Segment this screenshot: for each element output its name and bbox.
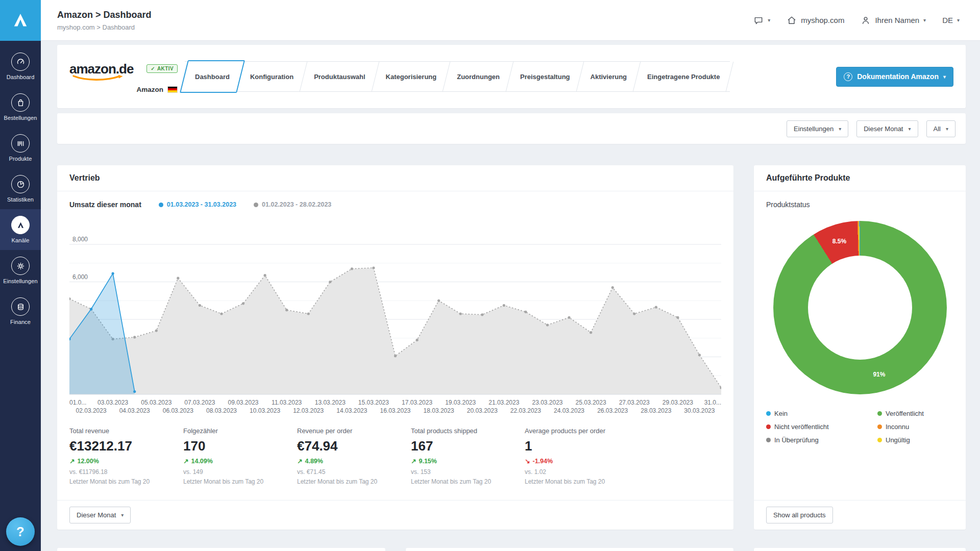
sales-card-body: Umsatz dieser monat 01.03.2023 - 31.03.2… bbox=[57, 191, 733, 500]
donut-chart bbox=[773, 221, 947, 394]
legend-item-veroeffentlicht: Veröffentlicht bbox=[877, 410, 953, 417]
legend-item-nicht-veroeffentlicht: Nicht veröffentlicht bbox=[766, 423, 877, 431]
svg-text:02.03.2023: 02.03.2023 bbox=[76, 407, 107, 414]
legend-dot-icon bbox=[877, 438, 882, 442]
sidebar-item-produkte[interactable]: Produkte bbox=[0, 128, 41, 168]
legend-previous-label: 01.02.2023 - 28.02.2023 bbox=[262, 201, 331, 208]
channel-name-row: Amazon bbox=[69, 86, 178, 93]
sales-card: Vertrieb Umsatz dieser monat 01.03.2023 … bbox=[57, 165, 733, 530]
user-name-label: Ihren Namen bbox=[875, 16, 919, 24]
caret-down-icon: ▾ bbox=[923, 17, 926, 23]
shop-link[interactable]: myshop.com bbox=[787, 15, 844, 26]
channel-tabs: DashboardKonfigurationProduktauswahlKate… bbox=[185, 61, 730, 92]
tab-label: Zuordnungen bbox=[457, 73, 500, 81]
filter-button-label: All bbox=[934, 125, 941, 133]
channel-panel: amazon.de ✓ AKTIV Amazon DashboardKonfig… bbox=[57, 45, 966, 108]
tab-preisgestaltung[interactable]: Preisgestaltung bbox=[510, 62, 580, 91]
legend-label: Ungültig bbox=[886, 436, 910, 444]
svg-text:31.0...: 31.0... bbox=[704, 399, 721, 406]
tab-aktivierung[interactable]: Aktivierung bbox=[580, 62, 638, 91]
legend-label: Nicht veröffentlicht bbox=[774, 423, 829, 431]
svg-text:25.03.2023: 25.03.2023 bbox=[576, 399, 606, 406]
sales-chart: 2,0004,0006,0008,00001.0...03.03.202305.… bbox=[69, 230, 721, 414]
sales-chart-svg: 2,0004,0006,0008,00001.0...03.03.202305.… bbox=[69, 230, 721, 414]
filter-button-all[interactable]: All ▾ bbox=[926, 120, 955, 137]
legend-item-ungueltig: Ungültig bbox=[877, 436, 953, 444]
sidebar-item-dashboard[interactable]: Dashboard bbox=[0, 46, 41, 87]
svg-text:13.03.2023: 13.03.2023 bbox=[315, 399, 346, 406]
svg-text:26.03.2023: 26.03.2023 bbox=[597, 407, 628, 414]
svg-text:27.03.2023: 27.03.2023 bbox=[619, 399, 650, 406]
svg-text:11.03.2023: 11.03.2023 bbox=[272, 399, 302, 406]
filter-button-label: Einstellungen bbox=[794, 125, 834, 133]
svg-text:18.03.2023: 18.03.2023 bbox=[424, 407, 454, 414]
kpi-comparison: vs. €11796.18 bbox=[69, 468, 183, 475]
sales-period-button-label: Dieser Monat bbox=[77, 511, 116, 519]
kpi-change: ↗12.00% bbox=[69, 457, 183, 465]
legend-label: Inconnu bbox=[886, 423, 909, 431]
caret-down-icon: ▾ bbox=[768, 17, 770, 23]
tab-label: Kategorisierung bbox=[386, 73, 437, 81]
svg-text:16.03.2023: 16.03.2023 bbox=[380, 407, 410, 414]
legend-dot-icon bbox=[877, 424, 882, 429]
sidebar-item-kanaele[interactable]: Kanäle bbox=[0, 209, 41, 250]
gear-icon bbox=[11, 257, 30, 275]
question-circle-icon: ? bbox=[844, 72, 852, 81]
trend-up-icon: ↗ bbox=[183, 457, 188, 465]
kpi-value: €13212.17 bbox=[69, 438, 183, 454]
tab-dashboard[interactable]: Dashboard bbox=[185, 62, 240, 91]
next-cards-row bbox=[57, 548, 966, 551]
legend-dot-blue-icon bbox=[159, 203, 163, 207]
sales-card-footer: Dieser Monat ▾ bbox=[57, 500, 733, 530]
kpi-note: Letzter Monat bis zum Tag 20 bbox=[69, 478, 183, 485]
sidebar-item-statistiken[interactable]: Statistiken bbox=[0, 168, 41, 209]
sidebar-item-einstellungen[interactable]: Einstellungen bbox=[0, 250, 41, 291]
kpi-comparison: vs. €71.45 bbox=[297, 468, 411, 475]
sidebar-item-label: Bestellungen bbox=[4, 115, 37, 121]
header-titles: Amazon > Dashboard myshop.com > Dashboar… bbox=[57, 10, 152, 31]
language-menu[interactable]: DE ▾ bbox=[942, 16, 960, 24]
tab-label: Preisgestaltung bbox=[520, 73, 570, 81]
legend-label: In Überprüfung bbox=[774, 436, 819, 444]
tab-produktauswahl[interactable]: Produktauswahl bbox=[304, 62, 375, 91]
tab-label: Dashboard bbox=[195, 73, 230, 81]
products-card-footer: Show all products bbox=[754, 500, 966, 530]
user-menu[interactable]: Ihren Namen ▾ bbox=[861, 15, 926, 26]
app-logo[interactable] bbox=[0, 0, 41, 41]
legend-item-inconnu: Inconnu bbox=[877, 423, 953, 431]
documentation-button[interactable]: ? Dokumentation Amazon ▾ bbox=[836, 67, 953, 87]
kpi-value: 170 bbox=[183, 438, 297, 454]
sidebar-item-label: Einstellungen bbox=[3, 278, 37, 284]
header-actions: ▾ myshop.com Ihren Namen ▾ DE ▾ bbox=[753, 15, 960, 26]
german-flag-icon bbox=[167, 86, 178, 93]
tab-eingetragene-produkte[interactable]: Eingetragene Produkte bbox=[637, 62, 730, 91]
show-all-products-button[interactable]: Show all products bbox=[766, 507, 833, 523]
kpi-label: Revenue per order bbox=[297, 427, 411, 435]
svg-text:19.03.2023: 19.03.2023 bbox=[445, 399, 476, 406]
channel-brand: amazon.de ✓ AKTIV Amazon bbox=[69, 60, 178, 93]
sales-period-button[interactable]: Dieser Monat ▾ bbox=[69, 507, 131, 523]
trend-up-icon: ↗ bbox=[411, 457, 416, 465]
svg-text:23.03.2023: 23.03.2023 bbox=[532, 399, 562, 406]
sidebar-item-bestellungen[interactable]: Bestellungen bbox=[0, 87, 41, 128]
filter-button-dieser-monat[interactable]: Dieser Monat ▾ bbox=[856, 120, 918, 137]
tab-label: Produktauswahl bbox=[314, 73, 365, 81]
sidebar-item-finance[interactable]: Finance bbox=[0, 291, 41, 332]
cards-row: Vertrieb Umsatz dieser monat 01.03.2023 … bbox=[57, 165, 966, 530]
channel-name: Amazon bbox=[136, 86, 163, 93]
filter-button-einstellungen[interactable]: Einstellungen ▾ bbox=[787, 120, 848, 137]
kpi-label: Total products shipped bbox=[411, 427, 525, 435]
caret-down-icon: ▾ bbox=[957, 17, 960, 23]
tab-konfiguration[interactable]: Konfiguration bbox=[240, 62, 304, 91]
sales-card-title: Vertrieb bbox=[57, 165, 733, 191]
tab-kategorisierung[interactable]: Kategorisierung bbox=[376, 62, 447, 91]
help-button[interactable]: ? bbox=[6, 517, 35, 546]
kpi-value: 1 bbox=[525, 438, 639, 454]
shop-link-label: myshop.com bbox=[801, 16, 844, 24]
messages-menu[interactable]: ▾ bbox=[753, 15, 770, 26]
products-card: Aufgeführte Produkte Produktstatus 91%8.… bbox=[754, 165, 966, 530]
tab-zuordnungen[interactable]: Zuordnungen bbox=[447, 62, 510, 91]
kpi-value: €74.94 bbox=[297, 438, 411, 454]
trend-up-icon: ↗ bbox=[297, 457, 302, 465]
trend-down-icon: ↘ bbox=[525, 457, 530, 465]
